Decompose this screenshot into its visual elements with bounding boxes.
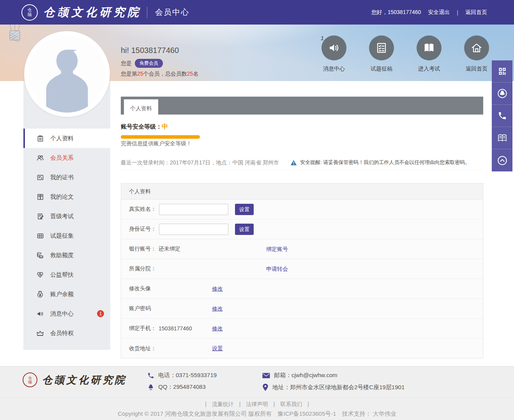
sidebar-item-label: 会员特权 bbox=[50, 330, 74, 337]
set-address-link[interactable]: 设置 bbox=[212, 345, 223, 352]
form-row-password: 账户密码 修改 bbox=[121, 299, 483, 319]
speaker-icon bbox=[36, 309, 44, 318]
header-user-bar: 您好，15038177460 安全退出 | 返回首页 bbox=[371, 0, 487, 25]
phone-icon[interactable] bbox=[492, 105, 512, 127]
sidebar-item-profile[interactable]: 个人资料 bbox=[23, 129, 110, 148]
seal-char-bottom: 颉 bbox=[28, 380, 32, 384]
apply-transfer-link[interactable]: 申请转会 bbox=[266, 266, 288, 273]
footer-qq-text: QQ：2954874083 bbox=[158, 383, 206, 391]
seal-char-bottom: 颉 bbox=[28, 12, 32, 17]
footer-link-contact-us[interactable]: 联系我们 bbox=[280, 401, 302, 408]
floating-side-toolbar bbox=[492, 60, 512, 171]
set-id-number-button[interactable]: 设置 bbox=[235, 224, 254, 235]
phone-icon bbox=[147, 372, 154, 379]
sidebar-item-member-relations[interactable]: 会员关系 bbox=[23, 148, 110, 168]
tab-profile[interactable]: 个人资料 bbox=[124, 99, 158, 116]
form-row-branch: 所属分院： 申请转会 bbox=[121, 259, 483, 279]
sidebar-item-label: 救助额度 bbox=[50, 252, 74, 259]
member-total-number: 25 bbox=[187, 71, 193, 77]
seal-char-top: 仓 bbox=[28, 8, 32, 12]
sidebar-item-label: 账户余额 bbox=[50, 291, 74, 298]
content-tab-bar: 个人资料 bbox=[121, 97, 483, 115]
quick-action-label[interactable]: 消息中心 bbox=[311, 65, 357, 72]
sidebar-item-papers[interactable]: 我的论文 bbox=[23, 187, 110, 206]
field-label: 账户密码 bbox=[129, 305, 151, 312]
member-seq-number: 25 bbox=[137, 71, 143, 77]
member-sidebar: 个人资料 会员关系 bbox=[23, 81, 110, 350]
last-login-text: 最近一次登录时间：2017年07月17日，地点：中国 河南省 郑州市 bbox=[121, 159, 279, 166]
sidebar-item-promotion-exam[interactable]: 晋级考试 bbox=[23, 206, 110, 226]
form-row-real-name: 真实姓名： 设置 bbox=[121, 199, 483, 219]
qrcode-icon[interactable] bbox=[492, 60, 512, 83]
change-avatar-link[interactable]: 修改 bbox=[212, 286, 223, 293]
greeting-block: hi! 15038177460 您是 免费会员 您是第25个会员，总会员数25名 bbox=[121, 46, 198, 78]
back-to-top-icon[interactable] bbox=[492, 149, 512, 171]
charity-icon bbox=[36, 270, 44, 279]
set-real-name-button[interactable]: 设置 bbox=[235, 204, 254, 215]
money-bag-icon bbox=[36, 290, 44, 298]
sidebar-item-label: 晋级考试 bbox=[50, 213, 74, 220]
field-label: 银行账号： bbox=[129, 245, 156, 252]
sidebar-item-message-center[interactable]: 消息中心 1 bbox=[23, 304, 110, 323]
quick-action-question-submission[interactable]: 试题征稿 bbox=[358, 35, 405, 72]
footer-seal-logo: 仓 颉 bbox=[23, 372, 37, 387]
notebook-icon bbox=[36, 134, 44, 143]
book-icon[interactable] bbox=[492, 127, 512, 149]
footer-phone: 电话：0371-55933719 bbox=[147, 372, 217, 379]
id-number-input[interactable] bbox=[159, 224, 228, 235]
checklist-icon[interactable] bbox=[369, 35, 394, 60]
sidebar-item-label: 我的论文 bbox=[50, 193, 74, 201]
real-name-input[interactable] bbox=[159, 204, 228, 215]
field-value: 15038177460 bbox=[159, 325, 192, 332]
balloon-basket-decoration bbox=[6, 25, 23, 45]
qq-icon[interactable] bbox=[492, 83, 512, 105]
form-row-phone: 绑定手机： 15038177460 修改 bbox=[121, 319, 483, 339]
sidebar-item-question-collection[interactable]: 试题征集 bbox=[23, 226, 110, 245]
quick-action-label[interactable]: 进入考试 bbox=[406, 65, 452, 72]
message-count-superscript: 1 bbox=[321, 35, 324, 41]
panel-title: 个人资料 bbox=[121, 184, 483, 199]
footer-link-legal-notice[interactable]: 法律声明 bbox=[246, 401, 268, 408]
footer-brand: 仓 颉 仓颉文化研究院 bbox=[23, 372, 127, 387]
footer-email: 邮箱：cjwh@cjwhw.com bbox=[262, 372, 337, 379]
sidebar-item-aid-quota[interactable]: 救助额度 bbox=[23, 245, 110, 265]
quick-action-message-center[interactable]: 消息中心 bbox=[311, 35, 357, 72]
open-book-icon[interactable] bbox=[417, 35, 442, 60]
link-separator: | bbox=[307, 401, 309, 408]
member-center-page: 仓 颉 仓颉文化研究院 会员中心 您好，15038177460 安全退出 | 返… bbox=[0, 0, 514, 420]
sidebar-menu: 个人资料 会员关系 bbox=[23, 129, 110, 343]
change-password-link[interactable]: 修改 bbox=[212, 305, 223, 312]
logout-link[interactable]: 安全退出 bbox=[428, 9, 450, 16]
sidebar-item-charity[interactable]: 公益帮扶 bbox=[23, 265, 110, 284]
bind-bank-account-link[interactable]: 绑定账号 bbox=[266, 246, 288, 253]
header-brand: 仓 颉 仓颉文化研究院 会员中心 bbox=[21, 0, 189, 25]
speaker-icon[interactable] bbox=[321, 35, 346, 60]
user-avatar bbox=[24, 31, 110, 117]
footer-links: | 流量统计 | 法律声明 | 联系我们 | bbox=[0, 401, 514, 408]
greeting-phone: 您好，15038177460 bbox=[371, 9, 421, 16]
footer-link-traffic-stats[interactable]: 流量统计 bbox=[212, 401, 234, 408]
form-row-id-number: 身份证号： 设置 bbox=[121, 219, 483, 239]
security-tip: 完善信息提供账户安全等级！ bbox=[121, 140, 192, 147]
field-label: 真实姓名： bbox=[129, 206, 156, 213]
change-phone-link[interactable]: 修改 bbox=[212, 325, 223, 332]
footer-address-text: 地址：郑州市金水区绿地新都会2号楼C座19层1901 bbox=[272, 384, 404, 391]
form-row-shipping-address: 收货地址： 设置 bbox=[121, 339, 483, 358]
sidebar-item-label: 我的证书 bbox=[50, 174, 74, 181]
sidebar-item-account-balance[interactable]: 账户余额 bbox=[23, 284, 110, 304]
last-login-row: 最近一次登录时间：2017年07月17日，地点：中国 河南省 郑州市 安全提醒:… bbox=[121, 156, 483, 170]
quick-action-enter-exam[interactable]: 进入考试 bbox=[406, 35, 452, 72]
sidebar-item-label: 公益帮扶 bbox=[50, 271, 74, 279]
quick-action-label[interactable]: 试题征稿 bbox=[358, 65, 405, 72]
security-level-value: 中 bbox=[162, 123, 168, 130]
footer-address: 地址：郑州市金水区绿地新都会2号楼C座19层1901 bbox=[262, 383, 404, 391]
brand-seal-logo: 仓 颉 bbox=[21, 4, 38, 21]
footer-email-text: 邮箱：cjwh@cjwhw.com bbox=[274, 372, 337, 379]
exam-icon bbox=[36, 212, 44, 221]
sidebar-item-certificates[interactable]: 我的证书 bbox=[23, 168, 110, 187]
field-label: 所属分院： bbox=[129, 265, 156, 272]
sidebar-item-member-privileges[interactable]: 会员特权 bbox=[23, 323, 110, 343]
warning-triangle-icon bbox=[290, 160, 297, 166]
back-home-link[interactable]: 返回首页 bbox=[465, 9, 487, 16]
home-icon[interactable] bbox=[464, 35, 489, 60]
